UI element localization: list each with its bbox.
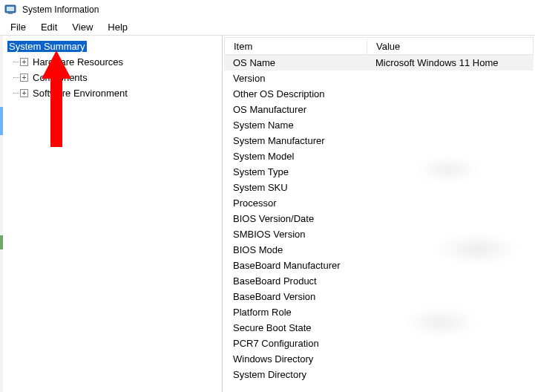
tree-item-label: System Summary <box>7 41 87 52</box>
cell-item: System Model <box>224 150 367 163</box>
cell-item: OS Name <box>224 56 367 69</box>
table-row[interactable]: Windows Directory <box>224 351 534 367</box>
table-row[interactable]: System Directory <box>224 367 534 382</box>
cell-value <box>367 187 534 189</box>
cell-value <box>367 109 534 111</box>
table-row[interactable]: System Type <box>224 164 534 180</box>
expand-icon[interactable]: + <box>20 89 28 97</box>
column-header-item[interactable]: Item <box>225 39 367 54</box>
cell-value <box>367 249 534 251</box>
navigation-tree[interactable]: System Summary + Hardware Resources + Co… <box>0 36 223 392</box>
tree-connector <box>13 93 19 94</box>
expand-icon[interactable]: + <box>20 74 28 82</box>
table-row[interactable]: BIOS Version/Date <box>224 211 534 226</box>
cell-value <box>367 218 534 220</box>
cell-value <box>367 312 534 313</box>
cell-value <box>367 140 534 142</box>
details-panel: Item Value OS NameMicrosoft Windows 11 H… <box>223 36 535 392</box>
cell-value <box>367 234 534 235</box>
expand-icon[interactable]: + <box>20 58 28 66</box>
cell-value <box>367 374 534 376</box>
cell-item: Version <box>224 72 367 85</box>
column-header-value[interactable]: Value <box>367 39 533 54</box>
tree-item-label: Software Environment <box>31 88 129 99</box>
cell-item: System Directory <box>224 368 367 381</box>
cell-value <box>367 343 534 344</box>
menu-bar: File Edit View Help <box>0 19 535 36</box>
cell-item: BaseBoard Version <box>224 290 367 303</box>
cell-item: BaseBoard Manufacturer <box>224 259 367 272</box>
cell-value <box>367 94 534 95</box>
content-area: System Summary + Hardware Resources + Co… <box>0 36 535 392</box>
table-row[interactable]: PCR7 Configuration <box>224 336 534 351</box>
menu-edit[interactable]: Edit <box>33 20 65 34</box>
table-row[interactable]: System Model <box>224 148 534 164</box>
cell-value <box>367 203 534 204</box>
table-row[interactable]: Secure Boot State <box>224 320 534 336</box>
svg-rect-2 <box>8 13 13 14</box>
cell-item: System Manufacturer <box>224 134 367 147</box>
table-row[interactable]: OS Manufacturer <box>224 102 534 117</box>
tree-item-system-summary[interactable]: System Summary <box>1 39 220 54</box>
cell-item: BaseBoard Product <box>224 275 367 287</box>
table-row[interactable]: SMBIOS Version <box>224 226 534 242</box>
menu-help[interactable]: Help <box>100 20 135 34</box>
tree-item-components[interactable]: + Components <box>1 70 220 85</box>
cell-value <box>367 296 534 298</box>
title-bar: System Information <box>0 0 535 19</box>
table-row[interactable]: Version <box>224 71 534 86</box>
table-row[interactable]: BaseBoard Manufacturer <box>224 258 534 273</box>
cell-item: Processor <box>224 197 367 209</box>
cell-item: Platform Role <box>224 306 367 318</box>
cell-item: System Type <box>224 166 367 178</box>
cell-item: BIOS Version/Date <box>224 212 367 225</box>
cell-value <box>367 359 534 360</box>
table-row[interactable]: BaseBoard Product <box>224 273 534 289</box>
table-row[interactable]: System SKU <box>224 180 534 195</box>
cell-item: PCR7 Configuration <box>224 337 367 350</box>
cell-value <box>367 265 534 267</box>
table-row[interactable]: Processor <box>224 195 534 211</box>
table-row[interactable]: Other OS Description <box>224 86 534 102</box>
cell-item: Secure Boot State <box>224 321 367 334</box>
menu-view[interactable]: View <box>65 20 100 34</box>
cell-value <box>367 172 534 173</box>
system-information-window: System Information File Edit View Help S… <box>0 0 535 392</box>
table-row[interactable]: System Name <box>224 117 534 133</box>
details-rows[interactable]: OS NameMicrosoft Windows 11 HomeVersionO… <box>224 55 534 391</box>
tree-connector <box>13 77 19 78</box>
cell-value <box>367 156 534 157</box>
table-row[interactable]: BIOS Mode <box>224 242 534 258</box>
cell-value: Microsoft Windows 11 Home <box>367 56 534 69</box>
cell-item: SMBIOS Version <box>224 228 367 241</box>
table-row[interactable]: OS NameMicrosoft Windows 11 Home <box>224 55 534 71</box>
tree-item-label: Hardware Resources <box>31 56 125 68</box>
table-row[interactable]: BaseBoard Version <box>224 289 534 304</box>
cell-item: Other OS Description <box>224 88 367 100</box>
system-information-icon <box>4 4 16 16</box>
cell-item: OS Manufacturer <box>224 103 367 116</box>
cell-value <box>367 281 534 282</box>
window-title: System Information <box>22 4 99 15</box>
cell-item: System SKU <box>224 181 367 194</box>
cell-item: BIOS Mode <box>224 244 367 256</box>
tree-item-hardware-resources[interactable]: + Hardware Resources <box>1 54 220 70</box>
cell-value <box>367 125 534 126</box>
table-row[interactable]: Platform Role <box>224 304 534 320</box>
cell-value <box>367 78 534 79</box>
cell-value <box>367 327 534 329</box>
tree-item-software-environment[interactable]: + Software Environment <box>1 85 220 101</box>
cell-item: Windows Directory <box>224 353 367 365</box>
details-header: Item Value <box>224 37 534 55</box>
tree-item-label: Components <box>31 72 89 83</box>
tree-connector <box>13 62 19 62</box>
window-left-border-decoration <box>0 36 3 392</box>
menu-file[interactable]: File <box>3 20 33 34</box>
table-row[interactable]: System Manufacturer <box>224 133 534 148</box>
svg-rect-1 <box>7 7 14 11</box>
cell-item: System Name <box>224 119 367 131</box>
